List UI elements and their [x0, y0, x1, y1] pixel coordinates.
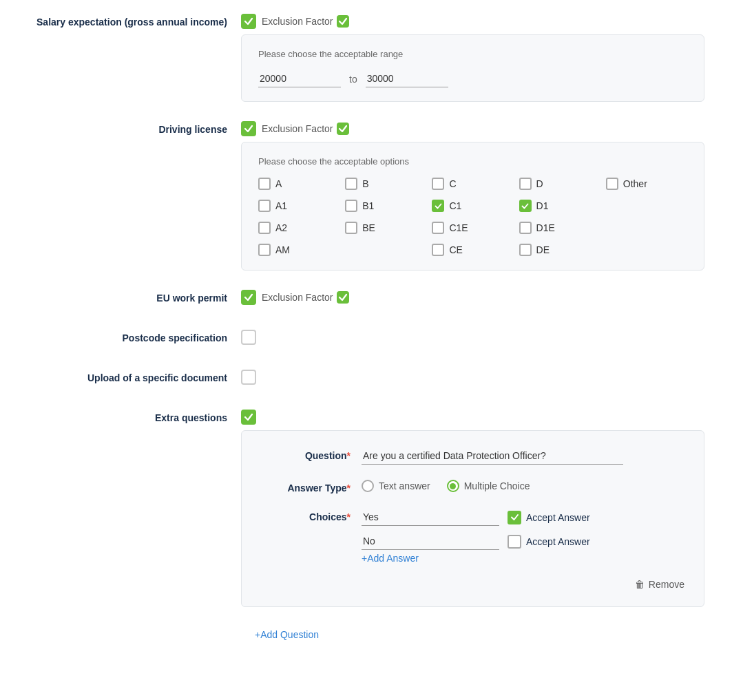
driving-control: Exclusion Factor Please choose the accep… [241, 121, 704, 271]
driving-option-B: B [345, 178, 426, 190]
text-answer-radio-circle [362, 480, 374, 492]
driving-exclusion-label: Exclusion Factor [262, 123, 333, 134]
salary-exclusion-label: Exclusion Factor [262, 16, 333, 27]
eu-work-permit-row: EU work permit Exclusion Factor [28, 290, 704, 310]
salary-checkbox[interactable] [241, 14, 256, 29]
driving-option-B1: B1 [345, 200, 426, 212]
driving-card-title: Please choose the acceptable options [258, 156, 687, 167]
multiple-choice-radio[interactable]: Multiple Choice [447, 480, 530, 492]
salary-card-title: Please choose the acceptable range [258, 49, 687, 59]
driving-cb-AM[interactable] [258, 244, 271, 256]
driving-label: Driving license [28, 121, 241, 135]
add-question-row: +Add Question [28, 626, 704, 640]
driving-option-CE: CE [432, 244, 513, 256]
postcode-control [241, 330, 704, 350]
answer-type-group: Answer Type* Text answer Multiple Choice [261, 480, 684, 494]
salary-range-row: to [258, 70, 687, 87]
upload-doc-checkbox[interactable] [241, 370, 256, 385]
salary-to-input[interactable] [366, 70, 448, 87]
driving-exclusion-checkbox[interactable] [337, 123, 349, 135]
driving-row: Driving license Exclusion Factor Please … [28, 121, 704, 271]
multiple-choice-label: Multiple Choice [464, 480, 530, 491]
remove-label: Remove [649, 579, 684, 590]
driving-option-Other: Other [606, 178, 687, 190]
driving-cb-D1E[interactable] [519, 222, 532, 234]
accept-yes-checkbox[interactable] [508, 511, 521, 524]
driving-options-grid: A B C D Othe [258, 178, 687, 256]
eu-exclusion-checkbox[interactable] [337, 291, 349, 304]
driving-option-BE: BE [345, 222, 426, 234]
upload-doc-label: Upload of a specific document [28, 370, 241, 383]
driving-cb-A[interactable] [258, 178, 271, 190]
driving-option-A2: A2 [258, 222, 339, 234]
postcode-checkbox[interactable] [241, 330, 256, 345]
eu-work-permit-label: EU work permit [28, 290, 241, 304]
extra-questions-checkbox[interactable] [241, 410, 256, 425]
driving-cb-A2[interactable] [258, 222, 271, 234]
answer-type-content: Text answer Multiple Choice [362, 480, 684, 492]
extra-questions-label: Extra questions [28, 410, 241, 423]
extra-questions-row: Extra questions Question* [28, 410, 704, 607]
question-group: Question* [261, 447, 684, 465]
driving-option-AM: AM [258, 244, 339, 256]
extra-questions-card: Question* Answer Type* [241, 430, 704, 607]
driving-cb-C1E[interactable] [432, 222, 444, 234]
driving-cb-A1[interactable] [258, 200, 271, 212]
accept-yes-label: Accept Answer [526, 512, 590, 523]
postcode-label: Postcode specification [28, 330, 241, 343]
eu-exclusion-label: Exclusion Factor [262, 292, 333, 303]
driving-cb-B[interactable] [345, 178, 357, 190]
driving-option-D1E: D1E [519, 222, 600, 234]
trash-icon: 🗑 [635, 579, 645, 590]
choice-no-input[interactable] [362, 533, 499, 550]
salary-row: Salary expectation (gross annual income)… [28, 14, 704, 102]
salary-exclusion-checkbox[interactable] [337, 15, 349, 28]
driving-cb-B1[interactable] [345, 200, 357, 212]
salary-card: Please choose the acceptable range to [241, 34, 704, 102]
driving-cb-DE[interactable] [519, 244, 532, 256]
driving-option-A: A [258, 178, 339, 190]
driving-option-D: D [519, 178, 600, 190]
eu-work-permit-control: Exclusion Factor [241, 290, 704, 310]
choices-group: Choices* Accept Answer [261, 509, 684, 564]
salary-control: Exclusion Factor Please choose the accep… [241, 14, 704, 102]
driving-cb-CE[interactable] [432, 244, 444, 256]
driving-cb-D1[interactable] [519, 200, 532, 212]
salary-from-input[interactable] [258, 70, 341, 87]
choices-list: Accept Answer Accept Answer [362, 509, 684, 550]
driving-cb-D[interactable] [519, 178, 532, 190]
driving-checkbox[interactable] [241, 121, 256, 136]
eu-work-permit-checkbox[interactable] [241, 290, 256, 305]
accept-no-checkbox[interactable] [508, 535, 521, 549]
postcode-row: Postcode specification [28, 330, 704, 350]
text-answer-label: Text answer [379, 480, 430, 491]
page: Salary expectation (gross annual income)… [0, 0, 732, 700]
add-question-link[interactable]: +Add Question [255, 629, 319, 640]
remove-row[interactable]: 🗑 Remove [261, 579, 684, 590]
multiple-choice-radio-circle [447, 480, 459, 492]
driving-cb-C1[interactable] [432, 200, 444, 212]
question-field-label: Question* [261, 447, 351, 461]
choices-field-label: Choices* [261, 509, 351, 522]
extra-questions-control: Question* Answer Type* [241, 410, 704, 607]
driving-cb-C[interactable] [432, 178, 444, 190]
add-answer-link[interactable]: +Add Answer [362, 553, 419, 564]
driving-option-C1E: C1E [432, 222, 513, 234]
answer-type-label: Answer Type* [261, 480, 351, 494]
driving-option-D1: D1 [519, 200, 600, 212]
accept-yes-row: Accept Answer [508, 511, 590, 524]
question-field-content [362, 447, 684, 465]
driving-cb-Other[interactable] [606, 178, 618, 190]
salary-to-label: to [349, 74, 357, 85]
driving-option-C1: C1 [432, 200, 513, 212]
driving-card: Please choose the acceptable options A B… [241, 142, 704, 271]
driving-option-C: C [432, 178, 513, 190]
salary-label: Salary expectation (gross annual income) [28, 14, 241, 28]
question-input[interactable] [362, 447, 623, 465]
choice-yes-input[interactable] [362, 509, 499, 526]
choices-content: Accept Answer Accept Answer [362, 509, 684, 564]
accept-no-label: Accept Answer [526, 536, 590, 547]
choice-no-row: Accept Answer [362, 533, 684, 550]
text-answer-radio[interactable]: Text answer [362, 480, 430, 492]
driving-cb-BE[interactable] [345, 222, 357, 234]
